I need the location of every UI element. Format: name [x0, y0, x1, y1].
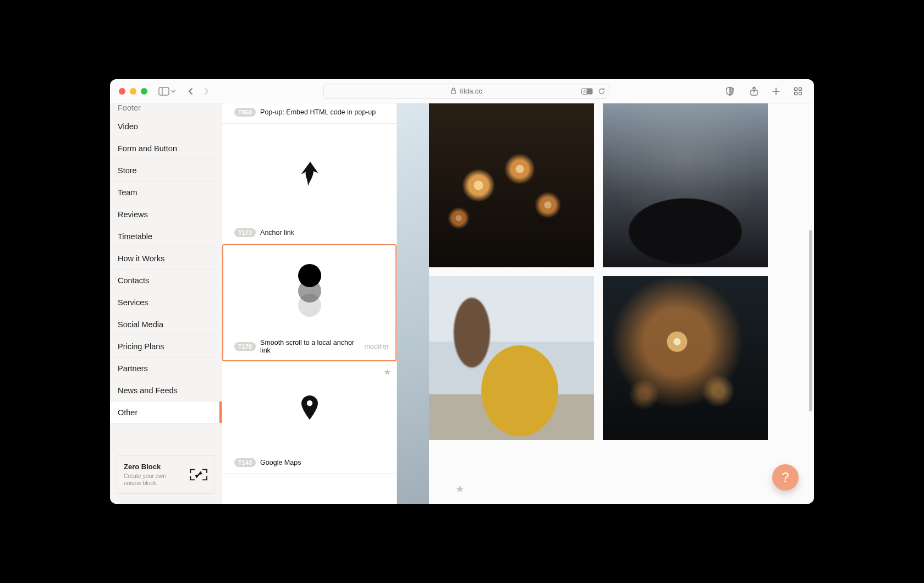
sidebar-item-video[interactable]: Video — [110, 116, 222, 138]
block-title: Anchor link — [260, 229, 294, 237]
sidebar-item-label: Social Media — [118, 320, 163, 329]
back-button[interactable] — [184, 84, 198, 98]
share-button[interactable] — [747, 84, 761, 98]
block-list[interactable]: T868 Pop-up: Embed HTML code in pop-up T… — [222, 103, 397, 504]
zero-block-title: Zero Block — [124, 463, 184, 471]
sidebar-item-label: Other — [118, 408, 138, 417]
block-item[interactable]: ★ T143 Google Maps — [222, 361, 397, 474]
block-code: T173 — [234, 228, 256, 237]
sidebar-item-store[interactable]: Store — [110, 160, 222, 182]
sidebar-item-label: Footer — [118, 103, 141, 112]
map-pin-icon — [301, 395, 318, 420]
sidebar-toggle[interactable] — [158, 87, 176, 96]
block-code: T143 — [234, 458, 256, 467]
sidebar-item-timetable[interactable]: Timetable — [110, 226, 222, 248]
sidebar-item-social-media[interactable]: Social Media — [110, 314, 222, 336]
preview-pane: ★ — [397, 103, 814, 504]
plus-icon — [772, 87, 780, 96]
sidebar-item-label: Timetable — [118, 232, 152, 241]
block-item[interactable]: T868 Pop-up: Embed HTML code in pop-up — [222, 103, 397, 124]
category-list: Footer Video Form and Button Store Team … — [110, 103, 222, 447]
address-right-controls: A — [581, 84, 606, 98]
sidebar-item-other[interactable]: Other — [110, 402, 222, 424]
sidebar-item-label: Video — [118, 122, 138, 131]
minimize-window-button[interactable] — [130, 88, 136, 95]
nav-buttons — [184, 84, 213, 98]
sidebar-item-form-and-button[interactable]: Form and Button — [110, 138, 222, 160]
help-button[interactable]: ? — [772, 464, 799, 491]
app-body: Footer Video Form and Button Store Team … — [110, 103, 814, 504]
tab-overview-button[interactable] — [791, 84, 805, 98]
shield-icon — [725, 86, 734, 96]
address-bar-wrap: tilda.cc A — [218, 84, 715, 99]
zero-block-icon — [189, 466, 208, 483]
help-label: ? — [782, 470, 789, 485]
sidebar-item-footer[interactable]: Footer — [110, 103, 222, 116]
sidebar-item-pricing-plans[interactable]: Pricing Plans — [110, 336, 222, 358]
gallery-image[interactable] — [603, 276, 768, 440]
address-host: tilda.cc — [460, 87, 482, 95]
window-controls — [119, 88, 147, 95]
gallery-image[interactable] — [429, 276, 594, 440]
share-icon — [750, 86, 758, 96]
preview-left-image-strip — [397, 103, 429, 504]
category-sidebar: Footer Video Form and Button Store Team … — [110, 103, 222, 504]
scrollbar-thumb[interactable] — [809, 230, 812, 411]
new-tab-button[interactable] — [769, 84, 783, 98]
zoom-window-button[interactable] — [141, 88, 147, 95]
svg-rect-7 — [795, 87, 798, 90]
titlebar: tilda.cc A — [110, 79, 814, 103]
browser-window: tilda.cc A — [110, 79, 814, 504]
svg-rect-10 — [799, 92, 802, 95]
block-item[interactable]: T173 Anchor link — [222, 124, 397, 244]
sidebar-item-services[interactable]: Services — [110, 292, 222, 314]
chevron-down-icon — [170, 89, 176, 94]
svg-text:A: A — [583, 89, 586, 94]
toolbar-right — [747, 84, 805, 98]
close-window-button[interactable] — [119, 88, 125, 95]
zero-block-subtitle: Create your own unique block — [124, 472, 184, 487]
sidebar-item-label: Services — [118, 298, 148, 307]
block-item-selected[interactable]: T178 Smooth scroll to a local anchor lin… — [222, 244, 397, 361]
gallery-image[interactable] — [429, 103, 594, 267]
zero-block-card[interactable]: Zero Block Create your own unique block — [117, 455, 215, 494]
gallery-image[interactable] — [603, 103, 768, 267]
sidebar-item-label: Reviews — [118, 210, 148, 219]
sidebar-item-partners[interactable]: Partners — [110, 358, 222, 380]
gallery-grid — [429, 103, 768, 440]
sidebar-item-label: Contacts — [118, 276, 149, 285]
svg-rect-0 — [159, 87, 169, 95]
sidebar-item-how-it-works[interactable]: How it Works — [110, 248, 222, 270]
reload-icon[interactable] — [598, 87, 606, 95]
star-icon[interactable]: ★ — [383, 367, 391, 377]
svg-rect-9 — [795, 92, 798, 95]
sidebar-item-label: Store — [118, 166, 137, 175]
sidebar-item-contacts[interactable]: Contacts — [110, 270, 222, 292]
sidebar-item-label: Team — [118, 188, 137, 197]
block-code: T868 — [234, 108, 256, 117]
chevron-right-icon — [202, 87, 210, 95]
sidebar-item-label: How it Works — [118, 254, 164, 263]
block-title: Smooth scroll to a local anchor link — [260, 339, 360, 354]
svg-point-14 — [306, 400, 312, 406]
privacy-report-button[interactable] — [723, 84, 737, 98]
forward-button[interactable] — [199, 84, 213, 98]
translate-icon[interactable]: A — [581, 87, 593, 95]
block-title: Google Maps — [260, 459, 301, 466]
sidebar-item-label: Partners — [118, 364, 148, 373]
block-note: modifier — [365, 343, 389, 350]
arrow-up-icon — [300, 161, 319, 187]
sidebar-item-label: Form and Button — [118, 144, 177, 153]
svg-rect-2 — [452, 90, 456, 94]
sidebar-item-reviews[interactable]: Reviews — [110, 204, 222, 226]
svg-point-13 — [298, 264, 321, 287]
grid-icon — [794, 87, 802, 96]
address-bar[interactable]: tilda.cc A — [323, 84, 609, 99]
block-title: Pop-up: Embed HTML code in pop-up — [260, 108, 376, 116]
scroll-dots-icon — [292, 259, 327, 320]
sidebar-item-news-and-feeds[interactable]: News and Feeds — [110, 380, 222, 402]
favorite-star-icon[interactable]: ★ — [455, 483, 464, 495]
sidebar-icon — [158, 87, 169, 96]
sidebar-item-team[interactable]: Team — [110, 182, 222, 204]
svg-rect-8 — [799, 87, 802, 90]
